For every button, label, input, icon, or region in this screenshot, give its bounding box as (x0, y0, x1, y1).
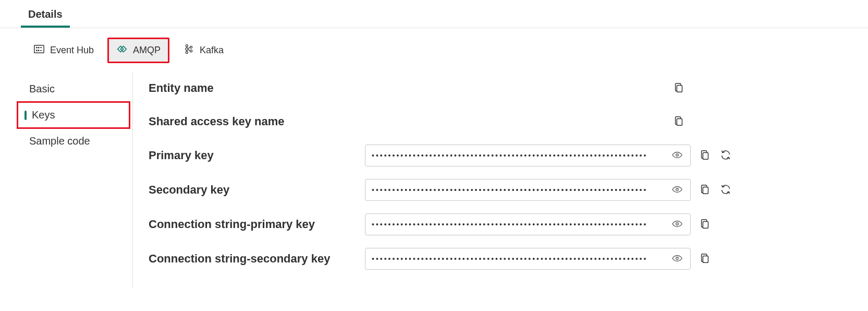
label-entity-name: Entity name (149, 81, 365, 95)
row-connection-string-secondary: Connection string-secondary key ••••••••… (149, 248, 842, 270)
reveal-connection-string-primary-button[interactable] (670, 217, 684, 232)
svg-rect-21 (703, 187, 708, 194)
svg-point-2 (38, 47, 39, 48)
svg-point-24 (676, 257, 679, 259)
label-primary-key: Primary key (149, 149, 365, 162)
connection-string-secondary-input[interactable]: ••••••••••••••••••••••••••••••••••••••••… (365, 248, 691, 270)
tab-details[interactable]: Details (21, 0, 70, 28)
reveal-connection-string-secondary-button[interactable] (670, 252, 684, 267)
svg-point-7 (186, 45, 188, 47)
connection-string-primary-masked-value: ••••••••••••••••••••••••••••••••••••••••… (372, 220, 670, 229)
copy-primary-key-button[interactable] (698, 148, 712, 163)
svg-point-20 (676, 188, 679, 190)
tab-kafka-label: Kafka (200, 45, 224, 56)
amqp-icon (116, 43, 128, 57)
connection-string-secondary-masked-value: ••••••••••••••••••••••••••••••••••••••••… (372, 255, 670, 263)
label-connection-string-secondary: Connection string-secondary key (149, 252, 365, 266)
svg-rect-25 (703, 256, 708, 262)
copy-secondary-key-button[interactable] (698, 183, 712, 198)
svg-point-18 (676, 153, 679, 156)
label-secondary-key: Secondary key (149, 183, 365, 197)
regenerate-primary-key-button[interactable] (719, 148, 732, 163)
sidebar-item-basic[interactable]: Basic (16, 77, 132, 101)
primary-key-masked-value: ••••••••••••••••••••••••••••••••••••••••… (372, 151, 670, 160)
copy-connection-string-secondary-button[interactable] (698, 252, 712, 267)
copy-icon (699, 184, 711, 197)
sidebar-item-sample-code[interactable]: Sample code (16, 129, 132, 153)
svg-point-1 (36, 47, 37, 48)
connection-string-primary-input[interactable]: ••••••••••••••••••••••••••••••••••••••••… (365, 213, 691, 235)
eye-icon (671, 184, 683, 197)
svg-rect-16 (677, 85, 682, 92)
refresh-icon (720, 184, 731, 197)
svg-point-3 (36, 50, 37, 51)
label-connection-string-primary: Connection string-primary key (149, 218, 365, 231)
tab-kafka[interactable]: Kafka (176, 39, 231, 62)
svg-rect-19 (703, 152, 708, 159)
row-connection-string-primary: Connection string-primary key ••••••••••… (149, 213, 842, 235)
row-primary-key: Primary key ••••••••••••••••••••••••••••… (149, 145, 842, 166)
row-entity-name: Entity name (149, 78, 842, 99)
protocol-tab-bar: Event Hub AMQP (0, 28, 868, 73)
svg-point-8 (186, 48, 188, 51)
primary-key-input[interactable]: ••••••••••••••••••••••••••••••••••••••••… (365, 145, 691, 166)
eye-icon (671, 218, 683, 231)
copy-entity-name-button[interactable] (672, 81, 686, 96)
event-hub-icon (33, 43, 45, 57)
svg-point-11 (190, 50, 192, 52)
row-secondary-key: Secondary key ••••••••••••••••••••••••••… (149, 179, 842, 201)
copy-icon (673, 115, 684, 128)
keys-panel: Entity name Shared access key name (133, 73, 858, 288)
copy-shared-access-key-name-button[interactable] (672, 114, 686, 129)
tab-event-hub-label: Event Hub (50, 45, 94, 56)
svg-line-15 (188, 50, 190, 51)
secondary-key-input[interactable]: ••••••••••••••••••••••••••••••••••••••••… (365, 179, 691, 201)
reveal-secondary-key-button[interactable] (670, 183, 684, 198)
svg-line-14 (188, 47, 190, 49)
tab-amqp-label: AMQP (133, 45, 161, 56)
copy-icon (699, 253, 711, 266)
sidebar-item-keys[interactable]: Keys (18, 103, 129, 127)
tab-event-hub[interactable]: Event Hub (26, 39, 101, 62)
svg-point-4 (38, 50, 39, 51)
svg-rect-17 (677, 118, 682, 125)
eye-icon (671, 149, 683, 162)
settings-sidebar: Basic Keys Sample code (16, 73, 133, 288)
secondary-key-masked-value: ••••••••••••••••••••••••••••••••••••••••… (372, 186, 670, 194)
label-shared-access-key-name: Shared access key name (149, 115, 365, 128)
svg-point-9 (186, 51, 188, 53)
reveal-primary-key-button[interactable] (670, 148, 684, 163)
copy-icon (699, 149, 711, 162)
svg-point-22 (676, 222, 679, 225)
refresh-icon (720, 149, 731, 162)
svg-rect-23 (703, 221, 708, 228)
eye-icon (671, 253, 683, 266)
row-shared-access-key-name: Shared access key name (149, 111, 842, 132)
copy-connection-string-primary-button[interactable] (698, 217, 712, 232)
svg-point-10 (190, 46, 192, 48)
svg-rect-0 (34, 45, 44, 53)
kafka-icon (183, 43, 194, 57)
regenerate-secondary-key-button[interactable] (719, 183, 732, 198)
copy-icon (699, 218, 711, 231)
tab-amqp[interactable]: AMQP (107, 38, 169, 63)
top-tab-bar: Details (0, 0, 868, 28)
copy-icon (673, 82, 684, 95)
